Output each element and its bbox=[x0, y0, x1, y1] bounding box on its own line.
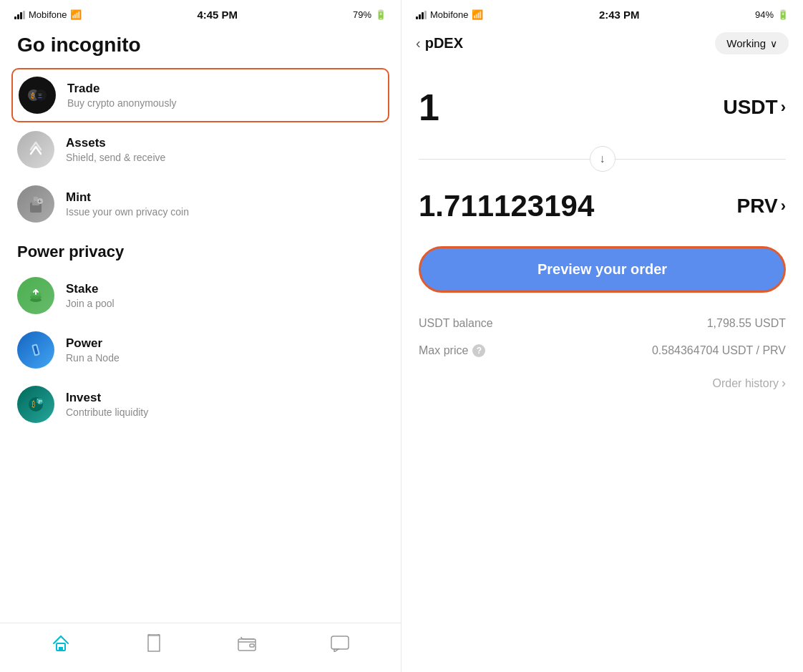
svg-text:+: + bbox=[39, 199, 42, 204]
invest-icon: ₿ P P bbox=[17, 386, 54, 423]
right-status-right: 94% 🔋 bbox=[755, 9, 789, 20]
to-currency-chevron: › bbox=[781, 197, 786, 215]
left-carrier: Mobifone bbox=[29, 9, 67, 20]
balance-label: USDT balance bbox=[419, 317, 493, 330]
stake-subtitle: Join a pool bbox=[66, 298, 115, 309]
divider-line-right bbox=[615, 159, 787, 160]
order-history-label: Order history bbox=[713, 377, 779, 390]
to-currency-label: PRV bbox=[737, 195, 778, 218]
to-row: 1.711123194 PRV › bbox=[419, 183, 786, 229]
divider-line-left bbox=[419, 159, 590, 160]
left-battery: 79% bbox=[353, 9, 371, 20]
trade-subtitle: Buy crypto anonymously bbox=[67, 97, 177, 109]
stake-icon-svg bbox=[26, 286, 46, 306]
trade-area: 1 USDT › ↓ 1.711123194 PRV › Preview you… bbox=[402, 66, 803, 672]
battery-icon: 🔋 bbox=[375, 9, 386, 20]
svg-rect-21 bbox=[59, 647, 63, 651]
nav-home[interactable] bbox=[49, 632, 72, 655]
order-history-chevron: › bbox=[782, 376, 786, 391]
bottom-nav bbox=[0, 623, 401, 672]
right-battery: 94% bbox=[755, 9, 774, 20]
power-privacy-label: Power privacy bbox=[11, 231, 389, 268]
trade-divider: ↓ bbox=[419, 146, 786, 172]
max-price-label: Max price ? bbox=[419, 344, 485, 357]
right-status-bar: Mobifone 📶 2:43 PM 94% 🔋 bbox=[402, 0, 803, 26]
working-badge[interactable]: Working ∨ bbox=[715, 32, 789, 54]
to-currency[interactable]: PRV › bbox=[737, 195, 786, 218]
max-price-value: 0.584364704 USDT / PRV bbox=[652, 344, 786, 357]
wallet-icon bbox=[237, 635, 257, 652]
right-wifi-icon: 📶 bbox=[472, 9, 483, 20]
invest-subtitle: Contribute liquidity bbox=[66, 406, 148, 418]
assets-subtitle: Shield, send & receive bbox=[66, 152, 165, 163]
menu-item-assets[interactable]: Assets Shield, send & receive bbox=[11, 122, 389, 177]
mint-icon-svg: + bbox=[26, 194, 46, 214]
right-battery-icon: 🔋 bbox=[777, 9, 789, 20]
order-history-link[interactable]: Order history › bbox=[419, 364, 786, 396]
mint-icon: + bbox=[17, 185, 54, 223]
from-currency-label: USDT bbox=[723, 96, 777, 119]
menu-item-trade[interactable]: ₿ Ξ Trade Buy crypto anonymously bbox=[11, 68, 389, 122]
svg-rect-24 bbox=[331, 636, 349, 649]
from-amount[interactable]: 1 bbox=[419, 86, 439, 129]
svg-rect-23 bbox=[250, 644, 254, 647]
back-chevron: ‹ bbox=[416, 35, 421, 52]
from-row: 1 USDT › bbox=[419, 80, 786, 135]
stake-title: Stake bbox=[66, 282, 115, 296]
power-icon-svg bbox=[26, 340, 46, 360]
working-label: Working bbox=[726, 37, 766, 49]
from-currency[interactable]: USDT › bbox=[723, 96, 786, 119]
power-icon bbox=[17, 331, 54, 369]
messages-icon bbox=[330, 635, 350, 652]
left-time: 4:45 PM bbox=[197, 9, 238, 21]
menu-item-stake[interactable]: Stake Join a pool bbox=[11, 268, 389, 323]
svg-rect-22 bbox=[238, 639, 256, 651]
assets-title: Assets bbox=[66, 136, 165, 150]
nav-wallet[interactable] bbox=[235, 632, 258, 655]
invest-icon-svg: ₿ P P bbox=[26, 394, 46, 414]
right-signal-icon bbox=[416, 11, 427, 19]
max-price-row: Max price ? 0.584364704 USDT / PRV bbox=[419, 337, 786, 364]
right-carrier: Mobifone bbox=[430, 9, 468, 20]
assets-icon-svg bbox=[26, 140, 46, 160]
trade-icon-svg: ₿ Ξ bbox=[26, 84, 48, 106]
working-chevron: ∨ bbox=[770, 38, 777, 49]
help-icon[interactable]: ? bbox=[472, 344, 485, 357]
menu-item-power[interactable]: Power Run a Node bbox=[11, 323, 389, 377]
right-header: ‹ pDEX Working ∨ bbox=[402, 26, 803, 66]
invest-text: Invest Contribute liquidity bbox=[66, 391, 148, 418]
right-status-left: Mobifone 📶 bbox=[416, 9, 483, 20]
right-time: 2:43 PM bbox=[599, 9, 640, 21]
svg-text:P: P bbox=[39, 399, 42, 405]
menu-item-invest[interactable]: ₿ P P Invest Contribute liquidity bbox=[11, 377, 389, 432]
stake-text: Stake Join a pool bbox=[66, 282, 115, 309]
left-status-right: 79% 🔋 bbox=[353, 9, 386, 20]
mint-subtitle: Issue your own privacy coin bbox=[66, 206, 189, 218]
power-title: Power bbox=[66, 336, 120, 351]
mint-title: Mint bbox=[66, 190, 189, 205]
menu-list: ₿ Ξ Trade Buy crypto anonymously Assets … bbox=[0, 68, 401, 623]
assets-text: Assets Shield, send & receive bbox=[66, 136, 165, 163]
balance-value: 1,798.55 USDT bbox=[707, 317, 786, 330]
svg-text:Ξ: Ξ bbox=[38, 92, 42, 99]
power-text: Power Run a Node bbox=[66, 336, 120, 364]
trade-title: Trade bbox=[67, 82, 177, 96]
preview-order-button[interactable]: Preview your order bbox=[419, 246, 786, 293]
invest-title: Invest bbox=[66, 391, 148, 405]
left-status-left: Mobifone 📶 bbox=[14, 9, 82, 20]
signal-icon bbox=[14, 11, 25, 19]
stake-icon bbox=[17, 277, 54, 314]
menu-item-mint[interactable]: + Mint Issue your own privacy coin bbox=[11, 177, 389, 231]
swap-direction-icon[interactable]: ↓ bbox=[590, 146, 615, 172]
from-currency-chevron: › bbox=[781, 98, 786, 117]
power-subtitle: Run a Node bbox=[66, 352, 120, 364]
left-status-bar: Mobifone 📶 4:45 PM 79% 🔋 bbox=[0, 0, 401, 26]
nav-trade[interactable] bbox=[142, 632, 165, 655]
balance-row: USDT balance 1,798.55 USDT bbox=[419, 310, 786, 337]
mint-text: Mint Issue your own privacy coin bbox=[66, 190, 189, 218]
svg-rect-6 bbox=[34, 197, 38, 201]
back-button[interactable]: ‹ pDEX bbox=[416, 35, 463, 52]
nav-messages[interactable] bbox=[328, 632, 351, 655]
page-title: Go incognito bbox=[0, 26, 401, 68]
to-amount: 1.711123194 bbox=[419, 189, 594, 223]
